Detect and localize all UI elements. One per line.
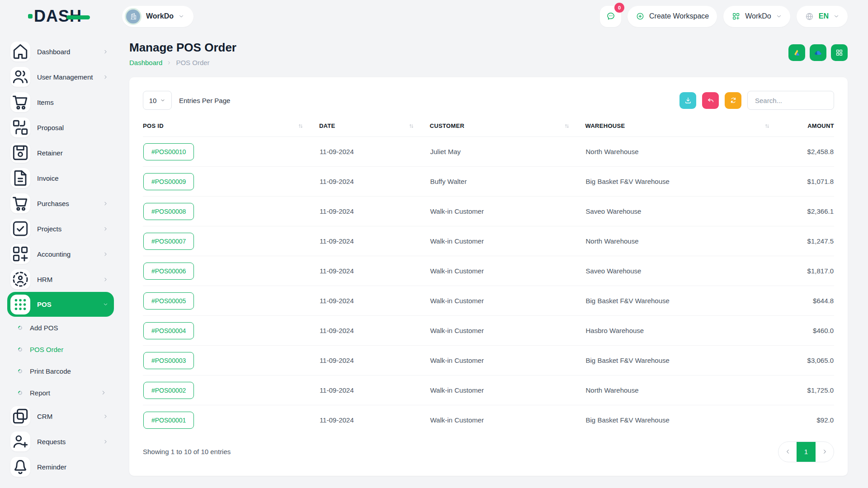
chat-icon [606, 11, 616, 21]
chevron-down-icon [160, 98, 165, 103]
pos-id-link[interactable]: #POS00004 [143, 322, 194, 339]
pos-id-link[interactable]: #POS00006 [143, 263, 194, 280]
pos-id-link[interactable]: #POS00009 [143, 173, 194, 190]
language-menu[interactable]: EN [797, 6, 848, 27]
cell-amount: $460.0 [786, 316, 834, 346]
column-header-label: POS ID [143, 122, 164, 129]
sidebar-item-label: Purchases [37, 200, 96, 207]
cell-customer: Walk-in Customer [430, 346, 585, 375]
sidebar-item-label: Requests [37, 438, 96, 446]
home-icon [10, 42, 30, 61]
cell-amount: $2,458.8 [786, 137, 834, 167]
chevron-left-icon [784, 448, 791, 455]
cell-amount: $644.8 [786, 286, 834, 316]
pos-id-link[interactable]: #POS00001 [143, 412, 194, 429]
sidebar-item-proposal[interactable]: Proposal [7, 115, 114, 140]
sidebar-item-label: Dashboard [37, 48, 96, 56]
onedrive-button[interactable] [810, 44, 826, 61]
bullet-icon [17, 368, 23, 374]
sidebar-item-invoice[interactable]: Invoice [7, 165, 114, 191]
table-row: #POS0000311-09-2024Walk-in CustomerBig B… [143, 346, 834, 375]
refresh-button[interactable] [725, 92, 741, 109]
pos-id-link[interactable]: #POS00010 [143, 143, 194, 160]
sidebar-item-label: Invoice [37, 174, 108, 182]
pagination-prev-button[interactable] [778, 442, 797, 462]
users-icon [10, 67, 30, 87]
sidebar-item-pos[interactable]: POS [7, 292, 114, 317]
breadcrumb-dashboard-link[interactable]: Dashboard [129, 59, 162, 66]
user-workspace-menu[interactable]: WorkDo [723, 6, 790, 27]
sidebar-subitem-add-pos[interactable]: Add POS [7, 317, 114, 338]
controls-right [679, 91, 834, 110]
search-input[interactable] [747, 91, 834, 110]
pagination-next-button[interactable] [816, 442, 834, 462]
sidebar-subitem-print-barcode[interactable]: Print Barcode [7, 360, 114, 382]
sidebar-item-crm[interactable]: CRM [7, 404, 114, 429]
sidebar-subitem-report[interactable]: Report [7, 382, 114, 404]
sidebar-item-dashboard[interactable]: Dashboard [7, 39, 114, 64]
create-workspace-button[interactable]: Create Workspace [627, 6, 717, 27]
table-head: POS IDDATECUSTOMERWAREHOUSEAMOUNT [143, 122, 834, 137]
cell-pos-id: #POS00003 [143, 346, 319, 375]
pos-id-link[interactable]: #POS00007 [143, 233, 194, 250]
sidebar-item-hrm[interactable]: HRM [7, 267, 114, 292]
messages-button[interactable]: 0 [600, 6, 621, 27]
entries-per-page-label: Entries Per Page [179, 97, 230, 104]
pos-id-link[interactable]: #POS00003 [143, 352, 194, 369]
breadcrumb: Dashboard POS Order [129, 59, 236, 66]
column-header-date[interactable]: DATE [319, 122, 430, 137]
sidebar-item-requests[interactable]: Requests [7, 429, 114, 454]
sidebar-item-accounting[interactable]: Accounting [7, 241, 114, 267]
workspace-switcher[interactable]: WorkDo [122, 6, 193, 27]
sidebar-item-projects[interactable]: Projects [7, 216, 114, 241]
sidebar-subitem-pos-order[interactable]: POS Order [7, 338, 114, 360]
main-content: Manage POS Order Dashboard POS Order 10 … [122, 33, 868, 488]
cell-warehouse: Big Basket F&V Warehouse [585, 405, 786, 435]
page-title: Manage POS Order [129, 41, 236, 55]
cell-amount: $1,071.8 [786, 167, 834, 197]
google-drive-button[interactable] [788, 44, 805, 61]
column-header-inner: DATE [319, 122, 415, 129]
cell-pos-id: #POS00002 [143, 375, 319, 405]
retainer-icon [10, 143, 30, 163]
undo-button[interactable] [702, 92, 719, 109]
sidebar-item-reminder[interactable]: Reminder [7, 454, 114, 479]
pos-id-link[interactable]: #POS00002 [143, 382, 194, 399]
column-header-label: WAREHOUSE [585, 122, 625, 129]
sidebar-item-label: Items [37, 99, 108, 106]
chevron-right-icon [103, 74, 108, 80]
download-button[interactable] [679, 92, 696, 109]
chevron-right-icon [103, 226, 108, 232]
table-row: #POS0000211-09-2024Walk-in CustomerNorth… [143, 375, 834, 405]
sidebar-item-label: Projects [37, 225, 96, 233]
app-logo[interactable]: DASH [28, 8, 90, 24]
entries-per-page-select[interactable]: 10 [143, 91, 172, 110]
grid-button[interactable] [831, 44, 848, 61]
sidebar-item-user-management[interactable]: User Management [7, 64, 114, 89]
language-label: EN [819, 12, 829, 20]
sort-icon [297, 123, 304, 129]
column-header-pos-id[interactable]: POS ID [143, 122, 319, 137]
column-header-customer[interactable]: CUSTOMER [430, 122, 585, 137]
cell-pos-id: #POS00005 [143, 286, 319, 316]
workspace-avatar [125, 8, 142, 25]
refresh-icon [729, 96, 737, 104]
entries-per-page-value: 10 [149, 97, 157, 104]
column-header-warehouse[interactable]: WAREHOUSE [585, 122, 786, 137]
sidebar-item-purchases[interactable]: Purchases [7, 191, 114, 216]
purchases-icon [10, 193, 30, 213]
globe-icon [805, 12, 814, 21]
pos-id-link[interactable]: #POS00008 [143, 203, 194, 220]
sidebar-subitem-label: POS Order [30, 346, 107, 353]
cell-customer: Walk-in Customer [430, 405, 585, 435]
chevron-right-icon [103, 277, 108, 282]
topbar-right: 0 Create Workspace WorkDo EN [600, 6, 848, 27]
pos-id-link[interactable]: #POS00005 [143, 292, 194, 310]
cell-pos-id: #POS00010 [143, 137, 319, 167]
column-header-inner: AMOUNT [786, 122, 834, 129]
pagination-page-1[interactable]: 1 [797, 442, 816, 462]
cell-customer: Buffy Walter [430, 167, 585, 197]
sidebar-item-items[interactable]: Items [7, 89, 114, 115]
sidebar-item-retainer[interactable]: Retainer [7, 140, 114, 165]
breadcrumb-current: POS Order [176, 59, 209, 66]
